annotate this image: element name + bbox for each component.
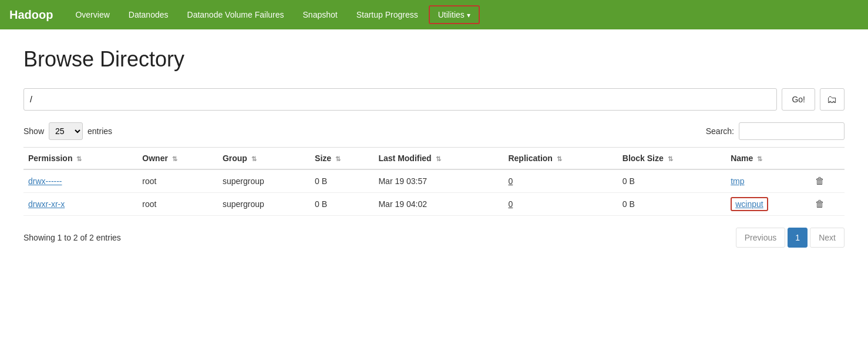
path-row: Go! 🗂 [23, 88, 845, 111]
col-permission[interactable]: Permission ⇅ [23, 148, 137, 170]
sort-icon-permission: ⇅ [76, 155, 82, 162]
col-last-modified[interactable]: Last Modified ⇅ [374, 148, 503, 170]
col-size[interactable]: Size ⇅ [310, 148, 374, 170]
cell-delete-0[interactable]: 🗑 [810, 169, 845, 193]
delete-icon-0[interactable]: 🗑 [815, 176, 825, 186]
previous-button[interactable]: Previous [736, 228, 785, 248]
cell-size-1: 0 B [310, 193, 374, 216]
pagination-row: Showing 1 to 2 of 2 entries Previous 1 N… [23, 228, 845, 248]
col-name[interactable]: Name ⇅ [726, 148, 810, 170]
col-block-size[interactable]: Block Size ⇅ [618, 148, 726, 170]
cell-block-size-0: 0 B [618, 169, 726, 193]
nav-item-overview[interactable]: Overview [67, 6, 117, 23]
nav-item-datanode-volume-failures[interactable]: Datanode Volume Failures [179, 6, 292, 23]
nav-links: Overview Datanodes Datanode Volume Failu… [67, 5, 479, 24]
sort-icon-last-modified: ⇅ [436, 155, 441, 162]
nav-item-snapshot[interactable]: Snapshot [295, 6, 346, 23]
page-number-1[interactable]: 1 [788, 228, 808, 248]
sort-icon-owner: ⇅ [172, 155, 177, 162]
nav-item-utilities[interactable]: Utilities [429, 5, 480, 24]
sort-icon-group: ⇅ [251, 155, 257, 162]
cell-block-size-1: 0 B [618, 193, 726, 216]
table-header: Permission ⇅ Owner ⇅ Group ⇅ Size ⇅ Last… [23, 148, 845, 170]
controls-row: Show 10 25 50 100 entries Search: [23, 122, 845, 140]
cell-name-1[interactable]: wcinput [726, 193, 810, 216]
cell-last-modified-0: Mar 19 03:57 [374, 169, 503, 193]
main-content: Browse Directory Go! 🗂 Show 10 25 50 100… [0, 29, 868, 271]
folder-icon: 🗂 [827, 94, 837, 106]
show-entries: Show 10 25 50 100 entries [23, 122, 112, 140]
col-replication[interactable]: Replication ⇅ [503, 148, 617, 170]
cell-replication-1[interactable]: 0 [503, 193, 617, 216]
col-group[interactable]: Group ⇅ [218, 148, 310, 170]
sort-icon-replication: ⇅ [557, 155, 562, 162]
entries-label: entries [88, 126, 112, 136]
cell-owner-0: root [137, 169, 218, 193]
col-actions [810, 148, 845, 170]
nav-item-datanodes[interactable]: Datanodes [120, 6, 177, 23]
search-label: Search: [706, 126, 734, 136]
search-box: Search: [706, 122, 845, 140]
pagination-controls: Previous 1 Next [736, 228, 845, 248]
go-button[interactable]: Go! [782, 88, 815, 111]
entries-select[interactable]: 10 25 50 100 [49, 122, 83, 140]
cell-last-modified-1: Mar 19 04:02 [374, 193, 503, 216]
path-input[interactable] [23, 88, 777, 111]
cell-permission-0[interactable]: drwx------ [23, 169, 137, 193]
cell-group-1: supergroup [218, 193, 310, 216]
dropdown-arrow-icon [467, 10, 470, 19]
sort-icon-size: ⇅ [335, 155, 341, 162]
delete-icon-1[interactable]: 🗑 [815, 199, 825, 209]
cell-size-0: 0 B [310, 169, 374, 193]
col-owner[interactable]: Owner ⇅ [137, 148, 218, 170]
cell-delete-1[interactable]: 🗑 [810, 193, 845, 216]
table-row: drwx------ root supergroup 0 B Mar 19 03… [23, 169, 845, 193]
showing-text: Showing 1 to 2 of 2 entries [23, 233, 121, 242]
brand-logo: Hadoop [9, 8, 53, 22]
table-row: drwxr-xr-x root supergroup 0 B Mar 19 04… [23, 193, 845, 216]
next-button[interactable]: Next [810, 228, 845, 248]
sort-icon-name: ⇅ [757, 155, 762, 162]
cell-replication-0[interactable]: 0 [503, 169, 617, 193]
cell-permission-1[interactable]: drwxr-xr-x [23, 193, 137, 216]
folder-button[interactable]: 🗂 [820, 88, 845, 111]
cell-owner-1: root [137, 193, 218, 216]
show-label: Show [23, 126, 44, 136]
page-title: Browse Directory [23, 47, 845, 72]
sort-icon-block-size: ⇅ [668, 155, 673, 162]
cell-name-0[interactable]: tmp [726, 169, 810, 193]
nav-item-startup-progress[interactable]: Startup Progress [348, 6, 426, 23]
search-input[interactable] [739, 122, 845, 140]
navbar: Hadoop Overview Datanodes Datanode Volum… [0, 0, 868, 29]
cell-group-0: supergroup [218, 169, 310, 193]
table-body: drwx------ root supergroup 0 B Mar 19 03… [23, 169, 845, 216]
directory-table: Permission ⇅ Owner ⇅ Group ⇅ Size ⇅ Last… [23, 147, 845, 216]
